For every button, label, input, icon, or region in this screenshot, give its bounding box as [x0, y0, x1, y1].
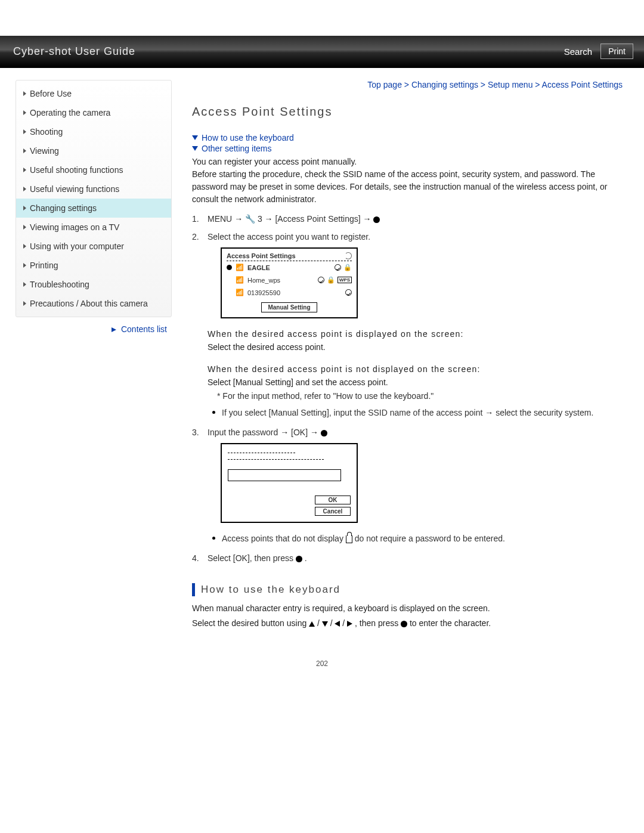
sidebar-item[interactable]: Shooting: [16, 122, 171, 141]
caret-right-icon: [23, 168, 26, 172]
access-point-row: 📶EAGLE🔒: [222, 261, 357, 274]
contents-list-link[interactable]: Contents list: [16, 317, 172, 335]
wifi-icon: 📶: [236, 264, 244, 271]
check-icon: [335, 264, 341, 271]
page-title: Access Point Settings: [192, 105, 623, 119]
left-icon: [335, 621, 340, 627]
step-3: Input the password → [OK] → OK Cancel: [192, 428, 623, 545]
sidebar-item-label: Shooting: [30, 127, 63, 137]
radio-icon: [227, 265, 232, 270]
sidebar-item[interactable]: Viewing: [16, 141, 171, 160]
center-button-icon: [296, 556, 302, 562]
caret-right-icon: [23, 129, 26, 134]
lock-icon: 🔒: [327, 276, 335, 284]
check-icon: [345, 289, 352, 296]
refresh-icon: [345, 252, 352, 259]
sidebar-item[interactable]: Before Use: [16, 84, 171, 103]
app-title: Cyber-shot User Guide: [13, 45, 135, 58]
note-star: * For the input method, refer to "How to…: [208, 391, 623, 401]
caret-right-icon: [23, 187, 26, 191]
ap-name: EAGLE: [247, 264, 270, 271]
anchor-keyboard[interactable]: How to use the keyboard: [192, 133, 623, 143]
sidebar-item-label: Viewing: [30, 146, 59, 156]
ap-name: 013925590: [247, 289, 280, 296]
print-button[interactable]: Print: [600, 44, 633, 59]
arrow-right-icon: [112, 327, 116, 332]
sidebar-item[interactable]: Operating the camera: [16, 103, 171, 122]
access-point-figure: Access Point Settings 📶EAGLE🔒📶Home_wps🔒W…: [221, 247, 358, 318]
subhead-displayed: When the desired access point is display…: [208, 329, 623, 339]
subhead-not-displayed: When the desired access point is not dis…: [208, 364, 623, 374]
sidebar-item-label: Precautions / About this camera: [30, 299, 148, 308]
figure-title: Access Point Settings: [227, 252, 296, 259]
page-number: 202: [0, 659, 644, 668]
keyboard-p1: When manual character entry is required,…: [192, 602, 623, 615]
top-bar: Cyber-shot User Guide Search Print: [0, 36, 644, 68]
wifi-icon: 📶: [236, 276, 244, 284]
sidebar-item[interactable]: Viewing images on a TV: [16, 218, 171, 237]
right-icon: [347, 621, 352, 627]
search-link[interactable]: Search: [564, 47, 593, 57]
keyboard-p2: Select the desired button using / / / , …: [192, 617, 623, 630]
wrench-icon: 🔧: [245, 214, 255, 224]
anchor-other-settings[interactable]: Other setting items: [192, 144, 623, 153]
sidebar-item[interactable]: Useful shooting functions: [16, 160, 171, 179]
intro-text: You can register your access point manua…: [192, 156, 623, 206]
section-keyboard: How to use the keyboard: [192, 583, 623, 596]
lock-icon: [346, 535, 352, 543]
access-point-row: 📶013925590: [222, 286, 357, 299]
sidebar-nav: Before UseOperating the cameraShootingVi…: [16, 80, 172, 317]
sidebar-item-label: Using with your computer: [30, 241, 124, 251]
wps-badge: WPS: [338, 277, 352, 283]
access-point-row: 📶Home_wps🔒WPS: [222, 274, 357, 286]
password-figure: OK Cancel: [221, 443, 358, 523]
caret-right-icon: [23, 244, 26, 249]
sidebar-item[interactable]: Troubleshooting: [16, 275, 171, 294]
breadcrumb[interactable]: Top page > Changing settings > Setup men…: [192, 80, 623, 89]
caret-right-icon: [23, 206, 26, 210]
caret-right-icon: [23, 282, 26, 287]
sub-displayed-body: Select the desired access point.: [208, 341, 623, 354]
sidebar-item[interactable]: Using with your computer: [16, 237, 171, 256]
sidebar-item-label: Troubleshooting: [30, 280, 89, 289]
sidebar-item[interactable]: Useful viewing functions: [16, 179, 171, 199]
caret-right-icon: [23, 148, 26, 153]
bullet-lock-note: Access points that do not display do not…: [222, 532, 623, 545]
center-button-icon: [373, 216, 380, 223]
step-1: MENU → 🔧 3 → [Access Point Settings] →: [192, 214, 623, 224]
caret-right-icon: [23, 301, 26, 306]
main-content: Top page > Changing settings > Setup men…: [172, 80, 623, 630]
sidebar-item[interactable]: Precautions / About this camera: [16, 294, 171, 313]
sidebar-item-label: Changing settings: [30, 203, 97, 213]
caret-right-icon: [23, 110, 26, 115]
wifi-icon: 📶: [236, 289, 244, 296]
step-4: Select [OK], then press .: [192, 553, 623, 563]
sidebar-item-label: Operating the camera: [30, 108, 110, 117]
manual-setting-button: Manual Setting: [261, 302, 317, 312]
caret-right-icon: [23, 91, 26, 96]
ok-button-figure: OK: [315, 496, 351, 504]
password-input-box: [228, 469, 341, 481]
sidebar-item[interactable]: Printing: [16, 256, 171, 275]
lock-icon: 🔒: [343, 264, 352, 271]
sidebar-item-label: Useful viewing functions: [30, 184, 119, 194]
sidebar-item-label: Printing: [30, 261, 58, 270]
caret-right-icon: [23, 263, 26, 268]
triangle-down-icon: [192, 146, 198, 151]
section-bar-icon: [192, 583, 195, 596]
sidebar-item-label: Viewing images on a TV: [30, 222, 119, 232]
center-button-icon: [401, 621, 407, 627]
bullet-manual-setting: If you select [Manual Setting], input th…: [222, 407, 623, 419]
step-2: Select the access point you want to regi…: [192, 232, 623, 419]
sidebar-item-label: Useful shooting functions: [30, 165, 123, 175]
down-icon: [322, 621, 328, 627]
sidebar-item-label: Before Use: [30, 89, 72, 98]
center-button-icon: [321, 430, 327, 436]
check-icon: [318, 277, 324, 283]
ap-name: Home_wps: [247, 277, 280, 284]
cancel-button-figure: Cancel: [315, 507, 351, 516]
caret-right-icon: [23, 225, 26, 230]
sub-not-displayed-body: Select [Manual Setting] and set the acce…: [208, 376, 623, 389]
triangle-down-icon: [192, 135, 198, 140]
sidebar-item[interactable]: Changing settings: [16, 199, 171, 218]
